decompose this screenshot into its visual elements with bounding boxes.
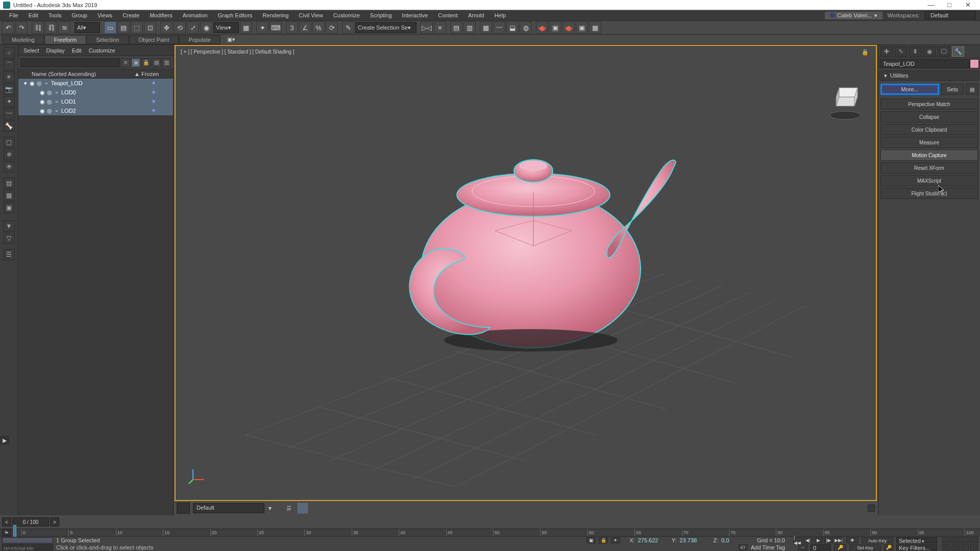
percentsnap-button[interactable]: %: [312, 21, 325, 34]
cmdtab-utilities[interactable]: 🔧: [952, 46, 964, 57]
ribbon-expand-icon[interactable]: ▣▾: [226, 36, 237, 44]
select-name-button[interactable]: ▤: [117, 21, 130, 34]
render-last-button[interactable]: ▣: [576, 21, 588, 34]
filter-frozen-icon[interactable]: ❄: [4, 149, 15, 160]
cmdtab-motion[interactable]: ◉: [923, 46, 936, 57]
wireframe-toggle[interactable]: [297, 503, 308, 514]
link-button[interactable]: ⛓: [32, 21, 44, 34]
nav-walk-icon[interactable]: [951, 544, 960, 550]
scale-button[interactable]: ⤢: [187, 21, 199, 34]
anglesnap-button[interactable]: ∠: [299, 21, 311, 34]
cmdtab-modify[interactable]: ✎: [895, 46, 907, 57]
scene-search-clear[interactable]: ✕: [121, 58, 130, 67]
ribbon-tab-objectpaint[interactable]: Object Paint: [129, 35, 179, 44]
workspace-dropdown[interactable]: Default: [925, 11, 976, 19]
selset-edit[interactable]: ✎: [342, 21, 354, 34]
filter-geometry-icon[interactable]: ○: [4, 47, 15, 58]
viewport[interactable]: [ + ] [ Perspective ] [ Standard ] [ Def…: [175, 45, 877, 501]
tree-row-lod2[interactable]: ◉◎▫LOD2✶: [18, 106, 173, 115]
utilities-more-button[interactable]: More...: [880, 84, 939, 95]
filter-spacewarp-icon[interactable]: 〰: [4, 108, 15, 119]
scene-menu-select[interactable]: Select: [23, 47, 39, 54]
setkey-big[interactable]: 🔑: [834, 544, 846, 550]
frozen-icon[interactable]: ✶: [134, 89, 173, 96]
ribbon-tab-selection[interactable]: Selection: [86, 35, 129, 44]
menu-modifiers[interactable]: Modifiers: [144, 12, 178, 18]
filter-bone-icon[interactable]: 🦴: [4, 120, 15, 132]
menu-scripting[interactable]: Scripting: [365, 12, 397, 18]
menu-rendering[interactable]: Rendering: [258, 12, 294, 18]
viewport-label[interactable]: [ + ] [ Perspective ] [ Standard ] [ Def…: [181, 49, 295, 55]
play-button[interactable]: ▶: [814, 537, 823, 543]
timeline-mode-icon[interactable]: I▸: [2, 529, 11, 536]
select-button[interactable]: ▭: [104, 21, 116, 34]
spinnersnap-button[interactable]: ⟳: [326, 21, 338, 34]
viewcube[interactable]: [825, 82, 866, 122]
filter-dropdown[interactable]: All ▾: [75, 22, 100, 33]
cmdtab-create[interactable]: ✚: [880, 46, 893, 57]
render-icon[interactable]: ◎: [46, 98, 53, 105]
refcoord-dropdown[interactable]: View ▾: [213, 22, 239, 33]
menu-help[interactable]: Help: [489, 12, 511, 18]
setkey-button[interactable]: Set Key: [849, 544, 881, 550]
viewport-lock-icon[interactable]: 🔒: [862, 49, 869, 56]
viewport-prompt-toggle[interactable]: ▶: [0, 436, 9, 445]
select-window-button[interactable]: ⊡: [144, 21, 156, 34]
menu-animation[interactable]: Animation: [178, 12, 213, 18]
next-frame[interactable]: |▶: [824, 537, 833, 543]
maxscript-listener[interactable]: [2, 537, 53, 543]
axis-icon[interactable]: ✦: [611, 537, 620, 543]
viewport-pin-icon[interactable]: [868, 505, 875, 512]
render-frame-button[interactable]: ▣: [549, 21, 561, 34]
visibility-icon[interactable]: ◉: [39, 89, 46, 96]
menu-edit[interactable]: Edit: [23, 12, 43, 18]
ribbon-tab-populate[interactable]: Populate: [179, 35, 220, 44]
menu-views[interactable]: Views: [92, 12, 117, 18]
timeline-ruler[interactable]: I▸ 0510152025303540455055606570758085909…: [0, 529, 980, 537]
frozen-icon[interactable]: ✶: [134, 107, 173, 114]
isolate-icon[interactable]: ▣: [586, 537, 596, 543]
menu-civilview[interactable]: Civil View: [293, 12, 328, 18]
nav-zoom-icon[interactable]: [951, 537, 960, 543]
render-icon[interactable]: ◎: [46, 108, 53, 114]
snap-button[interactable]: 3: [286, 21, 298, 34]
layers-button[interactable]: ▤: [450, 21, 462, 34]
nav-orbit-icon[interactable]: [942, 544, 950, 550]
rollout-utilities-header[interactable]: ▾ Utilities: [879, 70, 979, 81]
util-btn-measure[interactable]: Measure: [880, 137, 978, 148]
cmdtab-display[interactable]: 🖵: [938, 46, 950, 57]
place-button[interactable]: ◉: [200, 21, 212, 34]
maximize-button[interactable]: □: [940, 1, 959, 10]
util-btn-motion-capture[interactable]: Motion Capture: [880, 149, 978, 161]
bind-button[interactable]: ≋: [58, 21, 70, 34]
nav-pan-icon[interactable]: [942, 537, 950, 543]
cmdtab-hierarchy[interactable]: ⬍: [909, 46, 921, 57]
unlink-button[interactable]: ⛓̸: [45, 21, 57, 34]
teapot-object[interactable]: [362, 116, 689, 371]
time-slider[interactable]: < 0 / 100 >: [0, 515, 980, 529]
filter-expand-icon[interactable]: ▽: [4, 233, 15, 244]
maxscript-mini[interactable]: MAXScript Min: [2, 544, 53, 550]
menu-file[interactable]: File: [4, 12, 23, 18]
util-btn-perspective-match[interactable]: Perspective Match: [880, 98, 978, 110]
filter-xref-icon[interactable]: ▣: [4, 202, 15, 213]
curve-editor-button[interactable]: 〰: [493, 21, 505, 34]
ribbon-toggle[interactable]: ▦: [480, 21, 492, 34]
util-btn-collapse[interactable]: Collapse: [880, 111, 978, 122]
tree-twist-icon[interactable]: ▾: [22, 80, 29, 87]
menu-grapheditors[interactable]: Graph Editors: [213, 12, 258, 18]
filter-helpers-icon[interactable]: ✦: [4, 96, 15, 107]
rotate-button[interactable]: ⟲: [174, 21, 186, 34]
util-btn-maxscript[interactable]: MAXScript: [880, 175, 978, 186]
scene-sync-button[interactable]: ▣: [131, 58, 140, 67]
scene-btn-a[interactable]: ▤: [152, 58, 161, 67]
select-rect-button[interactable]: ⬚: [131, 21, 143, 34]
ribbon-tab-freeform[interactable]: Freeform: [44, 35, 87, 44]
ribbon-tab-modeling[interactable]: Modeling: [2, 35, 44, 44]
scene-menu-edit[interactable]: Edit: [72, 47, 82, 54]
autokey-button[interactable]: Auto Key: [862, 537, 893, 543]
isolate-toggle[interactable]: ☰: [284, 503, 294, 513]
util-btn-color-clipboard[interactable]: Color Clipboard: [880, 124, 978, 135]
scene-search-input[interactable]: [20, 58, 120, 67]
filter-group-icon[interactable]: ▦: [4, 190, 15, 201]
